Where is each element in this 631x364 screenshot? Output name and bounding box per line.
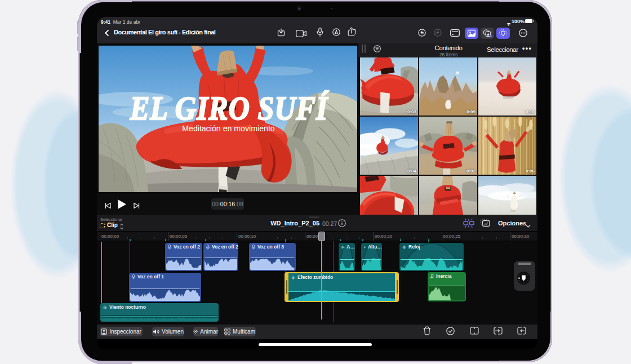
svg-text:Meditación en movimiento: Meditación en movimiento: [182, 124, 274, 133]
svg-text:EL GIRO SUFÍ: EL GIRO SUFÍ: [130, 90, 329, 127]
